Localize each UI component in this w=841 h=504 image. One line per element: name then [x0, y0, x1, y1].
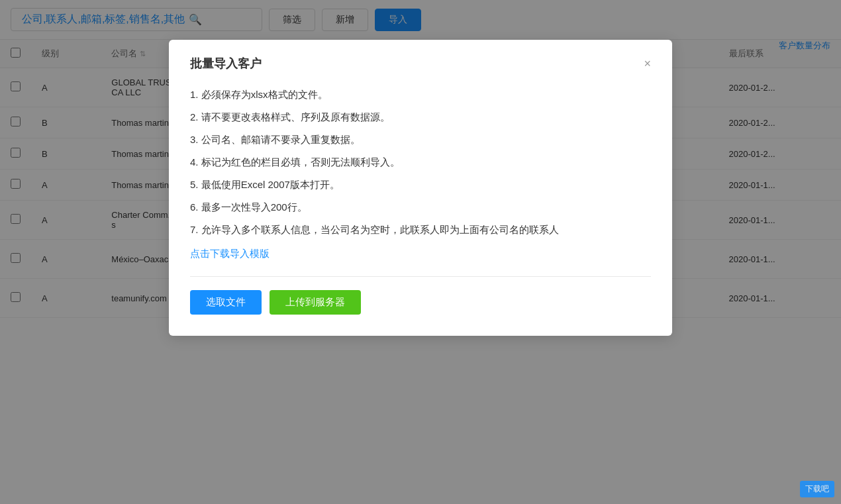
- select-file-button[interactable]: 选取文件: [190, 290, 262, 315]
- watermark: 下载吧: [800, 481, 834, 497]
- modal-divider: [190, 276, 651, 277]
- modal-overlay: 批量导入客户 × 1. 必须保存为xlsx格式的文件。 2. 请不要更改表格样式…: [0, 0, 841, 504]
- instruction-2: 2. 请不要更改表格样式、序列及原有数据源。: [190, 107, 651, 127]
- instruction-1: 1. 必须保存为xlsx格式的文件。: [190, 85, 651, 105]
- modal-body: 1. 必须保存为xlsx格式的文件。 2. 请不要更改表格样式、序列及原有数据源…: [190, 85, 651, 240]
- modal-footer: 选取文件 上传到服务器: [190, 290, 651, 315]
- modal-header: 批量导入客户 ×: [190, 56, 651, 72]
- import-modal: 批量导入客户 × 1. 必须保存为xlsx格式的文件。 2. 请不要更改表格样式…: [169, 40, 672, 336]
- upload-button[interactable]: 上传到服务器: [270, 290, 361, 315]
- background-page: 公司,联系人,邮箱,标签,销售名,其他 🔍 筛选 新增 导入 客户数量分布 级别…: [0, 0, 841, 504]
- instruction-3: 3. 公司名、邮箱请不要录入重复数据。: [190, 130, 651, 150]
- instruction-4: 4. 标记为红色的栏目必填，否则无法顺利导入。: [190, 152, 651, 172]
- instruction-5: 5. 最低使用Excel 2007版本打开。: [190, 175, 651, 195]
- instruction-7: 7. 允许导入多个联系人信息，当公司名为空时，此联系人即为上面有公司名的联系人: [190, 220, 651, 240]
- download-template-link[interactable]: 点击下载导入模版: [190, 248, 270, 260]
- modal-close-button[interactable]: ×: [644, 58, 651, 70]
- modal-title: 批量导入客户: [190, 56, 262, 72]
- instruction-6: 6. 最多一次性导入200行。: [190, 197, 651, 217]
